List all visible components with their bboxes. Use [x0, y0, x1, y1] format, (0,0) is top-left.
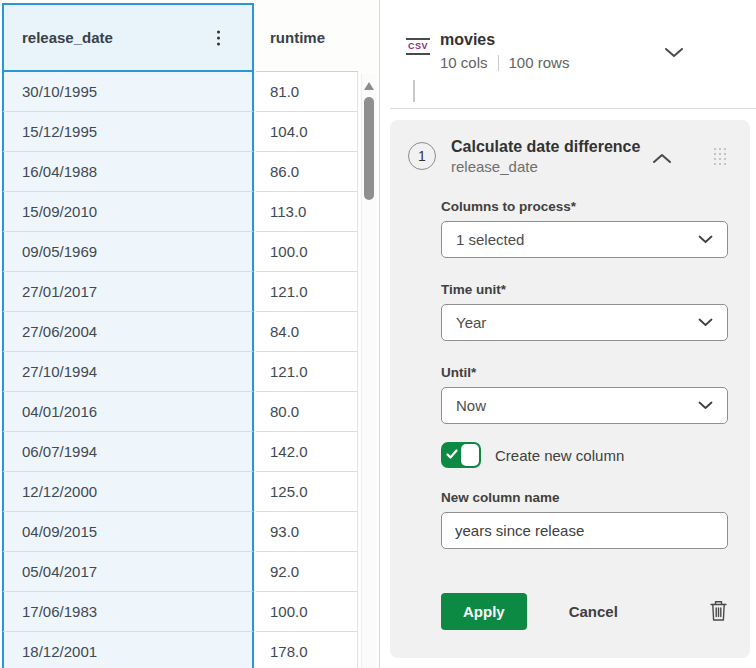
trash-icon — [709, 600, 728, 622]
column-menu-kebab-icon[interactable] — [213, 26, 224, 49]
column-header-release-date[interactable]: release_date — [2, 3, 254, 72]
csv-file-type-label: CSV — [405, 40, 431, 53]
table-row: 12/12/2000 125.0 — [0, 472, 360, 512]
new-column-name-input[interactable] — [441, 512, 728, 549]
drag-handle-icon[interactable] — [712, 146, 728, 167]
select-value: 1 selected — [456, 231, 698, 248]
step-card-calculate-date-difference: 1 Calculate date difference release_date… — [390, 120, 750, 658]
cell-runtime[interactable]: 86.0 — [256, 152, 358, 192]
table-row: 27/06/2004 84.0 — [0, 312, 360, 352]
apply-button[interactable]: Apply — [441, 593, 527, 630]
table-row: 30/10/1995 81.0 — [0, 72, 360, 112]
table-row: 06/07/1994 142.0 — [0, 432, 360, 472]
until-label: Until* — [441, 365, 728, 380]
table-row: 15/12/1995 104.0 — [0, 112, 360, 152]
cell-runtime[interactable]: 104.0 — [256, 112, 358, 152]
table-row: 04/09/2015 93.0 — [0, 512, 360, 552]
cell-runtime[interactable]: 92.0 — [256, 552, 358, 592]
new-column-name-label: New column name — [441, 490, 728, 505]
time-unit-select[interactable]: Year — [441, 304, 728, 341]
select-value: Now — [456, 397, 698, 414]
cell-runtime[interactable]: 121.0 — [256, 272, 358, 312]
table-row: 16/04/1988 86.0 — [0, 152, 360, 192]
cell-runtime[interactable]: 93.0 — [256, 512, 358, 552]
cell-release-date[interactable]: 30/10/1995 — [2, 72, 254, 112]
cell-release-date[interactable]: 27/01/2017 — [2, 272, 254, 312]
cell-release-date[interactable]: 16/04/1988 — [2, 152, 254, 192]
cell-release-date[interactable]: 15/12/1995 — [2, 112, 254, 152]
dataset-cols-count: 10 cols — [440, 54, 488, 71]
table-row: 04/01/2016 80.0 — [0, 392, 360, 432]
toggle-knob — [461, 444, 479, 466]
columns-to-process-label: Columns to process* — [441, 199, 728, 214]
cell-runtime[interactable]: 81.0 — [256, 72, 358, 112]
chevron-down-icon[interactable] — [664, 44, 684, 62]
cell-runtime[interactable]: 100.0 — [256, 592, 358, 632]
cell-runtime[interactable]: 113.0 — [256, 192, 358, 232]
panel-divider — [390, 108, 756, 109]
prep-panel: CSV movies 10 cols 100 rows 1 Calculate … — [380, 0, 756, 668]
csv-file-icon: CSV — [405, 38, 431, 55]
chevron-down-icon — [698, 235, 713, 244]
cell-release-date[interactable]: 09/05/1969 — [2, 232, 254, 272]
scroll-up-arrow-icon[interactable] — [364, 82, 374, 90]
scrollbar-thumb[interactable] — [364, 97, 374, 200]
column-header-label: release_date — [22, 29, 113, 46]
create-new-column-toggle[interactable] — [441, 442, 481, 468]
cell-release-date[interactable]: 04/09/2015 — [2, 512, 254, 552]
cell-release-date[interactable]: 27/06/2004 — [2, 312, 254, 352]
table-row: 05/04/2017 92.0 — [0, 552, 360, 592]
step-number-badge: 1 — [408, 142, 436, 170]
cell-release-date[interactable]: 12/12/2000 — [2, 472, 254, 512]
cancel-button[interactable]: Cancel — [569, 603, 618, 620]
cell-runtime[interactable]: 125.0 — [256, 472, 358, 512]
cell-runtime[interactable]: 100.0 — [256, 232, 358, 272]
step-subtitle: release_date — [451, 157, 640, 177]
chevron-down-icon — [698, 318, 713, 327]
check-icon — [446, 449, 458, 460]
table-row: 27/10/1994 121.0 — [0, 352, 360, 392]
table-row: 17/06/1983 100.0 — [0, 592, 360, 632]
cell-runtime[interactable]: 80.0 — [256, 392, 358, 432]
dataset-meta: 10 cols 100 rows — [440, 54, 569, 71]
table-row: 18/12/2001 178.0 — [0, 632, 360, 668]
table-header-row: release_date runtime — [0, 3, 379, 72]
dataset-name: movies — [440, 30, 569, 50]
cell-release-date[interactable]: 04/01/2016 — [2, 392, 254, 432]
table-row: 15/09/2010 113.0 — [0, 192, 360, 232]
cell-runtime[interactable]: 121.0 — [256, 352, 358, 392]
toggle-label: Create new column — [495, 447, 624, 464]
meta-divider — [498, 55, 499, 71]
cell-runtime[interactable]: 178.0 — [256, 632, 358, 668]
cell-release-date[interactable]: 15/09/2010 — [2, 192, 254, 232]
cell-release-date[interactable]: 06/07/1994 — [2, 432, 254, 472]
data-table: release_date runtime 30/10/1995 81.0 15/… — [0, 0, 380, 668]
table-row: 27/01/2017 121.0 — [0, 272, 360, 312]
cell-release-date[interactable]: 27/10/1994 — [2, 352, 254, 392]
column-header-runtime[interactable]: runtime — [256, 3, 358, 72]
column-header-label: runtime — [270, 29, 325, 46]
step-title: Calculate date difference — [451, 136, 640, 157]
select-value: Year — [456, 314, 698, 331]
time-unit-label: Time unit* — [441, 282, 728, 297]
vertical-scrollbar[interactable] — [361, 74, 376, 668]
cell-runtime[interactable]: 142.0 — [256, 432, 358, 472]
delete-step-button[interactable] — [709, 600, 728, 625]
dataset-header[interactable]: CSV movies 10 cols 100 rows — [380, 30, 756, 78]
until-select[interactable]: Now — [441, 387, 728, 424]
cell-runtime[interactable]: 84.0 — [256, 312, 358, 352]
chevron-up-icon[interactable] — [652, 150, 672, 168]
chevron-down-icon — [698, 401, 713, 410]
table-body: 30/10/1995 81.0 15/12/1995 104.0 16/04/1… — [0, 72, 360, 668]
dataset-rows-count: 100 rows — [509, 54, 570, 71]
table-row: 09/05/1969 100.0 — [0, 232, 360, 272]
cell-release-date[interactable]: 05/04/2017 — [2, 552, 254, 592]
cell-release-date[interactable]: 18/12/2001 — [2, 632, 254, 668]
columns-to-process-select[interactable]: 1 selected — [441, 221, 728, 258]
step-connector-line — [413, 80, 415, 102]
cell-release-date[interactable]: 17/06/1983 — [2, 592, 254, 632]
